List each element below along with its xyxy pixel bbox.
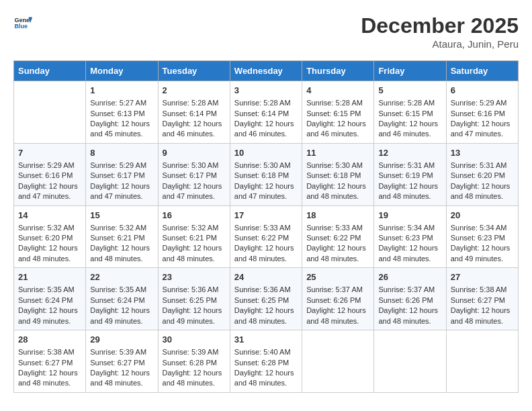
day-number: 9 — [163, 147, 226, 159]
daylight-hours: Daylight: 12 hours and 48 minutes. — [378, 182, 438, 200]
daylight-hours: Daylight: 12 hours and 48 minutes. — [163, 369, 222, 387]
calendar-cell: 12Sunrise: 5:31 AMSunset: 6:19 PMDayligh… — [374, 143, 446, 205]
daylight-hours: Daylight: 12 hours and 48 minutes. — [18, 244, 78, 262]
calendar-cell: 27Sunrise: 5:38 AMSunset: 6:27 PMDayligh… — [446, 268, 518, 330]
sunrise-time: Sunrise: 5:34 AM — [378, 224, 435, 232]
day-header-monday: Monday — [86, 61, 158, 81]
daylight-hours: Daylight: 12 hours and 48 minutes. — [451, 306, 511, 324]
day-number: 13 — [451, 147, 514, 159]
sunset-time: Sunset: 6:25 PM — [163, 296, 217, 304]
calendar-cell: 1Sunrise: 5:27 AMSunset: 6:13 PMDaylight… — [86, 81, 158, 144]
sunrise-time: Sunrise: 5:32 AM — [18, 224, 75, 232]
calendar-cell: 20Sunrise: 5:34 AMSunset: 6:23 PMDayligh… — [446, 205, 518, 268]
day-number: 21 — [18, 271, 81, 283]
daylight-hours: Daylight: 12 hours and 48 minutes. — [451, 182, 511, 200]
sunrise-time: Sunrise: 5:38 AM — [451, 285, 507, 293]
day-header-tuesday: Tuesday — [158, 61, 230, 81]
day-header-saturday: Saturday — [446, 61, 518, 81]
calendar-cell: 15Sunrise: 5:32 AMSunset: 6:21 PMDayligh… — [86, 205, 158, 268]
daylight-hours: Daylight: 12 hours and 45 minutes. — [90, 120, 150, 138]
sunset-time: Sunset: 6:18 PM — [306, 171, 361, 179]
logo-icon: General Blue — [13, 13, 32, 32]
sunrise-time: Sunrise: 5:36 AM — [234, 285, 291, 293]
calendar-cell: 5Sunrise: 5:28 AMSunset: 6:15 PMDaylight… — [374, 81, 446, 144]
sunrise-time: Sunrise: 5:27 AM — [90, 99, 146, 107]
sunrise-time: Sunrise: 5:29 AM — [90, 161, 146, 169]
calendar-cell: 22Sunrise: 5:35 AMSunset: 6:24 PMDayligh… — [86, 268, 158, 330]
calendar-cell: 28Sunrise: 5:38 AMSunset: 6:27 PMDayligh… — [14, 330, 86, 393]
calendar-cell: 24Sunrise: 5:36 AMSunset: 6:25 PMDayligh… — [230, 268, 302, 330]
day-header-friday: Friday — [374, 61, 446, 81]
sunset-time: Sunset: 6:26 PM — [306, 296, 361, 304]
day-header-wednesday: Wednesday — [230, 61, 302, 81]
daylight-hours: Daylight: 12 hours and 48 minutes. — [378, 306, 438, 324]
daylight-hours: Daylight: 12 hours and 48 minutes. — [306, 182, 366, 200]
sunset-time: Sunset: 6:20 PM — [18, 234, 73, 242]
sunset-time: Sunset: 6:28 PM — [234, 359, 289, 367]
day-number: 25 — [306, 271, 369, 283]
sunrise-time: Sunrise: 5:34 AM — [451, 224, 507, 232]
sunset-time: Sunset: 6:16 PM — [451, 109, 505, 118]
calendar-cell: 13Sunrise: 5:31 AMSunset: 6:20 PMDayligh… — [446, 143, 518, 205]
calendar-cell: 23Sunrise: 5:36 AMSunset: 6:25 PMDayligh… — [158, 268, 230, 330]
day-number: 24 — [234, 271, 298, 283]
calendar-cell: 2Sunrise: 5:28 AMSunset: 6:14 PMDaylight… — [158, 81, 230, 144]
sunrise-time: Sunrise: 5:38 AM — [18, 348, 75, 356]
calendar-cell: 14Sunrise: 5:32 AMSunset: 6:20 PMDayligh… — [14, 205, 86, 268]
sunset-time: Sunset: 6:15 PM — [378, 109, 433, 118]
day-number: 27 — [451, 271, 514, 283]
day-number: 31 — [234, 334, 298, 346]
day-number: 22 — [90, 271, 153, 283]
sunrise-time: Sunrise: 5:30 AM — [306, 161, 363, 169]
day-header-sunday: Sunday — [14, 61, 86, 81]
calendar-table: SundayMondayTuesdayWednesdayThursdayFrid… — [13, 60, 519, 393]
calendar-cell — [374, 330, 446, 393]
calendar-cell: 17Sunrise: 5:33 AMSunset: 6:22 PMDayligh… — [230, 205, 302, 268]
sunrise-time: Sunrise: 5:30 AM — [163, 161, 219, 169]
day-number: 5 — [378, 85, 441, 97]
calendar-cell: 3Sunrise: 5:28 AMSunset: 6:14 PMDaylight… — [230, 81, 302, 144]
day-number: 8 — [90, 147, 153, 159]
sunset-time: Sunset: 6:24 PM — [18, 296, 73, 304]
day-number: 29 — [90, 334, 153, 346]
sunrise-time: Sunrise: 5:28 AM — [163, 99, 219, 107]
daylight-hours: Daylight: 12 hours and 48 minutes. — [163, 244, 222, 262]
calendar-week-5: 28Sunrise: 5:38 AMSunset: 6:27 PMDayligh… — [14, 330, 519, 393]
day-number: 15 — [90, 210, 153, 222]
daylight-hours: Daylight: 12 hours and 47 minutes. — [163, 182, 222, 200]
sunrise-time: Sunrise: 5:33 AM — [306, 224, 363, 232]
sunrise-time: Sunrise: 5:28 AM — [234, 99, 291, 107]
calendar-cell — [302, 330, 374, 393]
day-number: 1 — [90, 85, 153, 97]
daylight-hours: Daylight: 12 hours and 49 minutes. — [451, 244, 511, 262]
calendar-cell: 25Sunrise: 5:37 AMSunset: 6:26 PMDayligh… — [302, 268, 374, 330]
day-number: 3 — [234, 85, 298, 97]
daylight-hours: Daylight: 12 hours and 48 minutes. — [306, 244, 366, 262]
sunrise-time: Sunrise: 5:32 AM — [163, 224, 219, 232]
sunset-time: Sunset: 6:17 PM — [163, 171, 217, 179]
sunrise-time: Sunrise: 5:37 AM — [306, 285, 363, 293]
daylight-hours: Daylight: 12 hours and 48 minutes. — [90, 244, 150, 262]
calendar-week-4: 21Sunrise: 5:35 AMSunset: 6:24 PMDayligh… — [14, 268, 519, 330]
daylight-hours: Daylight: 12 hours and 48 minutes. — [234, 244, 294, 262]
day-number: 6 — [451, 85, 514, 97]
sunset-time: Sunset: 6:26 PM — [378, 296, 433, 304]
calendar-week-1: 1Sunrise: 5:27 AMSunset: 6:13 PMDaylight… — [14, 81, 519, 144]
month-title: December 2025 — [361, 13, 519, 38]
sunset-time: Sunset: 6:23 PM — [451, 234, 505, 242]
day-number: 28 — [18, 334, 81, 346]
daylight-hours: Daylight: 12 hours and 48 minutes. — [306, 306, 366, 324]
sunrise-time: Sunrise: 5:35 AM — [90, 285, 146, 293]
calendar-cell — [446, 330, 518, 393]
day-header-row: SundayMondayTuesdayWednesdayThursdayFrid… — [14, 61, 519, 81]
sunrise-time: Sunrise: 5:28 AM — [378, 99, 435, 107]
sunset-time: Sunset: 6:17 PM — [90, 171, 144, 179]
calendar-cell: 9Sunrise: 5:30 AMSunset: 6:17 PMDaylight… — [158, 143, 230, 205]
calendar-cell — [14, 81, 86, 144]
daylight-hours: Daylight: 12 hours and 46 minutes. — [306, 120, 366, 138]
sunset-time: Sunset: 6:25 PM — [234, 296, 289, 304]
daylight-hours: Daylight: 12 hours and 48 minutes. — [234, 306, 294, 324]
sunset-time: Sunset: 6:27 PM — [451, 296, 505, 304]
sunset-time: Sunset: 6:22 PM — [234, 234, 289, 242]
day-number: 11 — [306, 147, 369, 159]
